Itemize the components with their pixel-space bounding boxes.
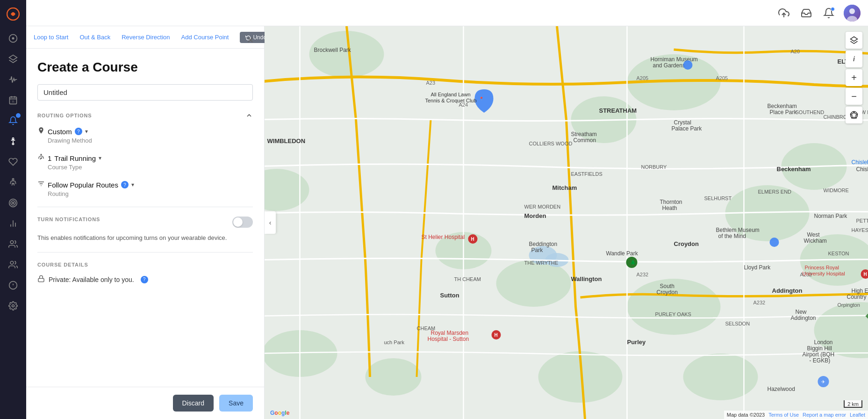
loop-to-start-link[interactable]: Loop to Start (34, 34, 68, 41)
top-bar (26, 0, 868, 26)
drawing-method-info-icon[interactable]: ? (75, 128, 82, 135)
svg-text:SELHURST: SELHURST (704, 195, 732, 201)
svg-text:Mitcham: Mitcham (552, 184, 577, 191)
svg-rect-33 (38, 278, 44, 282)
notification-badge (16, 113, 21, 118)
svg-point-2 (12, 37, 14, 40)
sidebar-item-calendar[interactable]: 31 (5, 92, 22, 108)
sidebar-item-training[interactable] (5, 174, 22, 191)
svg-text:📍: 📍 (479, 96, 484, 101)
svg-text:A232: A232 (637, 272, 649, 277)
svg-text:Country Park: Country Park (847, 294, 868, 300)
zoom-out-button[interactable]: − (846, 88, 862, 105)
content-area: Loop to Start Out & Back Reverse Directi… (26, 26, 868, 419)
svg-text:Airport (BQH: Airport (BQH (803, 351, 835, 358)
svg-text:WER MORDEN: WER MORDEN (524, 204, 561, 210)
svg-text:HAYES: HAYES (852, 227, 868, 233)
routing-options-section-label: ROUTING OPTIONS (37, 112, 253, 119)
sidebar-item-stats[interactable] (5, 215, 22, 232)
svg-text:Bethlem Museum: Bethlem Museum (716, 227, 760, 233)
svg-text:A20: A20 (791, 49, 800, 54)
collapse-icon[interactable] (245, 112, 253, 119)
svg-text:THE WRYTHE: THE WRYTHE (524, 260, 559, 266)
svg-line-31 (39, 157, 39, 159)
sidebar-item-layers[interactable] (5, 51, 22, 67)
sidebar-item-routes[interactable] (5, 133, 22, 150)
svg-text:H: H (864, 272, 867, 277)
course-name-input[interactable] (37, 84, 253, 101)
svg-text:Wandle Park: Wandle Park (606, 250, 638, 257)
report-error-link[interactable]: Report a map error (803, 412, 846, 418)
out-and-back-link[interactable]: Out & Back (79, 34, 110, 41)
svg-marker-3 (9, 55, 17, 60)
svg-text:Hospital - Sutton: Hospital - Sutton (428, 336, 469, 342)
discard-button[interactable]: Discard (173, 395, 214, 412)
svg-text:COLLIERS WOOD: COLLIERS WOOD (529, 141, 573, 146)
map-collapse-button[interactable]: ‹ (265, 211, 276, 234)
svg-point-15 (11, 201, 15, 205)
terms-of-use-link[interactable]: Terms of Use (768, 412, 799, 418)
svg-text:Tennis & Croquet Club: Tennis & Croquet Club (425, 98, 477, 103)
routing-chevron-icon[interactable]: ▾ (131, 181, 134, 188)
zoom-in-button[interactable]: + (846, 69, 862, 86)
svg-text:EASTFIELDS: EASTFIELDS (571, 171, 603, 177)
inbox-icon[interactable] (799, 6, 814, 21)
svg-text:NORBURY: NORBURY (641, 164, 667, 170)
course-actions-bar: Loop to Start Out & Back Reverse Directi… (26, 26, 264, 49)
map-info-button[interactable]: i (846, 51, 862, 67)
privacy-info-icon[interactable]: ? (141, 276, 148, 283)
upload-icon[interactable] (776, 6, 791, 21)
svg-text:Wickham: Wickham (804, 238, 827, 244)
compass-button[interactable] (846, 107, 862, 123)
turn-notifications-toggle[interactable] (232, 217, 253, 228)
sidebar-item-heart[interactable] (5, 153, 22, 170)
drawing-method-sub-label: Drawing Method (48, 137, 253, 144)
svg-text:Royal Marsden: Royal Marsden (431, 330, 469, 336)
sidebar-item-settings[interactable] (5, 297, 22, 314)
lock-icon (37, 275, 45, 284)
sidebar-logo (5, 6, 22, 22)
map-attribution: Map data ©2023 Terms of Use Report a map… (724, 411, 868, 419)
course-type-select[interactable]: 1 Trail Running ▾ (37, 153, 253, 163)
routing-select[interactable]: Follow Popular Routes ? ▾ (37, 180, 253, 189)
sidebar-item-groups[interactable] (5, 256, 22, 273)
svg-text:A232: A232 (753, 300, 766, 305)
sidebar-item-friends[interactable] (5, 236, 22, 253)
top-notification-icon[interactable] (821, 6, 836, 21)
map-area[interactable]: A205 A205 A24 A23 A20 A232 A232 Brockwel… (265, 26, 868, 419)
user-avatar[interactable] (844, 5, 861, 22)
svg-text:Sutton: Sutton (440, 292, 459, 299)
svg-text:- EGKB): - EGKB) (810, 357, 831, 364)
reverse-direction-link[interactable]: Reverse Direction (122, 34, 170, 41)
top-bar-icons (776, 5, 861, 22)
course-type-option: 1 Trail Running ▾ Course Type (37, 153, 253, 171)
drawing-method-chevron-icon[interactable]: ▾ (85, 128, 88, 135)
svg-text:Chislehurst Caves: Chislehurst Caves (852, 159, 868, 166)
svg-text:Norman Park: Norman Park (814, 213, 848, 219)
save-button[interactable]: Save (219, 395, 253, 412)
sidebar-item-activity[interactable] (5, 71, 22, 88)
course-type-chevron-icon[interactable]: ▾ (99, 155, 101, 161)
svg-point-44 (366, 358, 422, 396)
svg-text:Palace Park: Palace Park (672, 125, 703, 132)
sidebar-item-explore[interactable] (5, 277, 22, 294)
routing-info-icon[interactable]: ? (121, 181, 129, 188)
svg-point-132 (683, 60, 693, 70)
sidebar-item-notifications[interactable] (5, 112, 22, 129)
svg-text:PETTS WOOD: PETTS WOOD (856, 218, 868, 224)
layers-button[interactable] (846, 32, 862, 49)
routing-icon (37, 180, 45, 189)
sidebar-item-dashboard[interactable] (5, 30, 22, 47)
svg-text:Place Park: Place Park (770, 109, 797, 116)
add-course-point-link[interactable]: Add Course Point (181, 34, 229, 41)
svg-line-32 (43, 157, 43, 159)
panel-body: Create a Course ✕ ROUTING OPTIONS Custom (26, 49, 264, 419)
drawing-method-select[interactable]: Custom ? ▾ (37, 127, 253, 136)
svg-text:Beckenham: Beckenham (768, 103, 797, 109)
svg-text:H: H (495, 332, 498, 338)
svg-point-11 (12, 179, 14, 180)
svg-text:Croydon: Croydon (657, 289, 678, 296)
sidebar-item-goals[interactable] (5, 195, 22, 211)
svg-text:PURLEY OAKS: PURLEY OAKS (655, 311, 691, 317)
svg-text:WIDMORE: WIDMORE (824, 188, 849, 193)
